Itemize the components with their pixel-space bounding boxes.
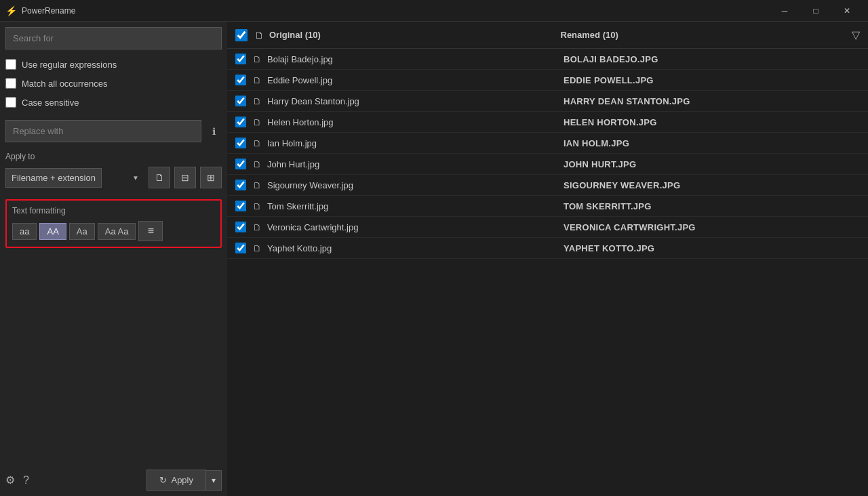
table-row: 🗋 Helen Horton.jpg HELEN HORTON.JPG (227, 112, 868, 133)
row-checkbox-5[interactable] (235, 159, 246, 169)
original-name-1: Eddie Powell.jpg (267, 75, 564, 85)
minimize-button[interactable]: ─ (769, 0, 800, 22)
renamed-name-8: VERONICA CARTWRIGHT.JPG (564, 222, 860, 232)
table-row: 🗋 Tom Skerritt.jpg TOM SKERRITT.JPG (227, 196, 868, 217)
apply-btn-group: ↻ Apply ▾ (146, 470, 222, 491)
file-icon-2: 🗋 (253, 96, 262, 106)
file-icon-4: 🗋 (253, 138, 262, 148)
row-checkbox-9[interactable] (235, 243, 246, 253)
select-all-checkbox[interactable] (235, 29, 248, 41)
view-files-button[interactable]: 🗋 (149, 167, 170, 188)
replace-row: ℹ (5, 120, 222, 142)
table-row: 🗋 Sigourney Weaver.jpg SIGOURNEY WEAVER.… (227, 175, 868, 196)
renamed-name-7: TOM SKERRITT.JPG (564, 201, 860, 211)
file-icon-7: 🗋 (253, 201, 262, 211)
text-formatting-label: Text formatting (12, 206, 215, 215)
renamed-name-1: EDDIE POWELL.JPG (564, 75, 860, 85)
apply-to-select-wrapper: Filename + extension Filename only Exten… (5, 168, 144, 188)
match-all-occurrences-checkbox[interactable] (5, 78, 16, 89)
row-checkbox-1[interactable] (235, 75, 246, 85)
case-sensitive-row: Case sensitive (5, 94, 222, 110)
view-grid-button[interactable]: ⊞ (200, 167, 222, 188)
file-list-header: 🗋 Original (10) Renamed (10) ▽ (227, 22, 868, 49)
use-regular-expressions-row: Use regular expressions (5, 56, 222, 73)
renamed-name-6: SIGOURNEY WEAVER.JPG (564, 180, 860, 190)
main-content: Use regular expressions Match all occurr… (0, 22, 868, 496)
case-sensitive-checkbox[interactable] (5, 97, 16, 108)
apply-to-select[interactable]: Filename + extension Filename only Exten… (5, 168, 102, 188)
lowercase-button[interactable]: aa (12, 223, 37, 240)
table-row: 🗋 Ian Holm.jpg IAN HOLM.JPG (227, 133, 868, 154)
capitalize-words-button[interactable]: Aa Aa (98, 223, 136, 240)
uppercase-button[interactable]: AA (39, 223, 66, 240)
renamed-header: Renamed (10) (561, 30, 852, 40)
filter-icon[interactable]: ▽ (852, 28, 860, 41)
table-row: 🗋 Eddie Powell.jpg EDDIE POWELL.JPG (227, 70, 868, 91)
apply-to-label: Apply to (5, 152, 222, 161)
original-header: Original (10) (269, 30, 561, 40)
row-checkbox-6[interactable] (235, 180, 246, 190)
match-all-occurrences-label: Match all occurrences (22, 79, 107, 89)
use-regular-expressions-label: Use regular expressions (22, 60, 117, 70)
file-type-icon: 🗋 (254, 30, 264, 41)
original-name-0: Bolaji Badejo.jpg (267, 54, 564, 64)
file-icon-8: 🗋 (253, 222, 262, 232)
format-buttons: aa AA Aa Aa Aa ≡ (12, 221, 215, 241)
table-row: 🗋 John Hurt.jpg JOHN HURT.JPG (227, 154, 868, 175)
renamed-name-5: JOHN HURT.JPG (564, 159, 860, 169)
capitalize-button[interactable]: Aa (69, 223, 95, 240)
text-formatting-section: Text formatting aa AA Aa Aa Aa ≡ (5, 199, 222, 248)
apply-to-row: Filename + extension Filename only Exten… (5, 167, 222, 188)
row-checkbox-8[interactable] (235, 222, 246, 232)
original-name-8: Veronica Cartwright.jpg (267, 222, 564, 232)
file-icon-6: 🗋 (253, 180, 262, 190)
maximize-button[interactable]: □ (800, 0, 831, 22)
app-icon: ⚡ (5, 5, 16, 16)
case-sensitive-label: Case sensitive (22, 98, 79, 108)
window-controls: ─ □ ✕ (769, 0, 863, 22)
apply-label: Apply (171, 475, 193, 485)
table-row: 🗋 Bolaji Badejo.jpg BOLAJI BADEJO.JPG (227, 49, 868, 70)
row-checkbox-2[interactable] (235, 96, 246, 106)
file-icon-1: 🗋 (253, 75, 262, 85)
row-checkbox-4[interactable] (235, 138, 246, 148)
file-icon-5: 🗋 (253, 159, 262, 169)
original-name-2: Harry Dean Stanton.jpg (267, 96, 564, 106)
info-button[interactable]: ℹ (205, 123, 222, 140)
renamed-name-2: HARRY DEAN STANTON.JPG (564, 96, 860, 106)
match-all-occurrences-row: Match all occurrences (5, 75, 222, 91)
row-checkbox-3[interactable] (235, 117, 246, 127)
select-arrow-icon: ▼ (132, 174, 139, 182)
table-row: 🗋 Yaphet Kotto.jpg YAPHET KOTTO.JPG (227, 238, 868, 259)
row-checkbox-0[interactable] (235, 54, 246, 64)
apply-dropdown-button[interactable]: ▾ (206, 470, 222, 491)
renamed-name-3: HELEN HORTON.JPG (564, 117, 860, 127)
search-input[interactable] (5, 27, 222, 49)
apply-icon: ↻ (159, 475, 167, 485)
view-split-button[interactable]: ⊟ (174, 167, 196, 188)
renamed-name-9: YAPHET KOTTO.JPG (564, 243, 860, 253)
help-icon[interactable]: ? (23, 474, 29, 487)
original-name-6: Sigourney Weaver.jpg (267, 180, 564, 190)
settings-icon[interactable]: ⚙ (5, 474, 15, 487)
app-title: PowerRename (22, 6, 769, 16)
original-name-7: Tom Skerritt.jpg (267, 201, 564, 211)
original-name-4: Ian Holm.jpg (267, 138, 564, 148)
right-panel: 🗋 Original (10) Renamed (10) ▽ 🗋 Bolaji … (227, 22, 868, 496)
left-bottom-icons: ⚙ ? (5, 474, 29, 487)
original-name-5: John Hurt.jpg (267, 159, 564, 169)
close-button[interactable]: ✕ (831, 0, 863, 22)
replace-input[interactable] (5, 120, 201, 142)
list-format-button[interactable]: ≡ (138, 221, 163, 241)
apply-button[interactable]: ↻ Apply (146, 470, 206, 491)
left-bottom: ⚙ ? ↻ Apply ▾ (5, 464, 222, 491)
row-checkbox-7[interactable] (235, 201, 246, 211)
use-regular-expressions-checkbox[interactable] (5, 59, 16, 70)
file-icon-9: 🗋 (253, 243, 262, 253)
file-icon-3: 🗋 (253, 117, 262, 127)
table-row: 🗋 Harry Dean Stanton.jpg HARRY DEAN STAN… (227, 91, 868, 112)
left-panel: Use regular expressions Match all occurr… (0, 22, 227, 496)
title-bar: ⚡ PowerRename ─ □ ✕ (0, 0, 868, 22)
renamed-name-0: BOLAJI BADEJO.JPG (564, 54, 860, 64)
original-name-3: Helen Horton.jpg (267, 117, 564, 127)
